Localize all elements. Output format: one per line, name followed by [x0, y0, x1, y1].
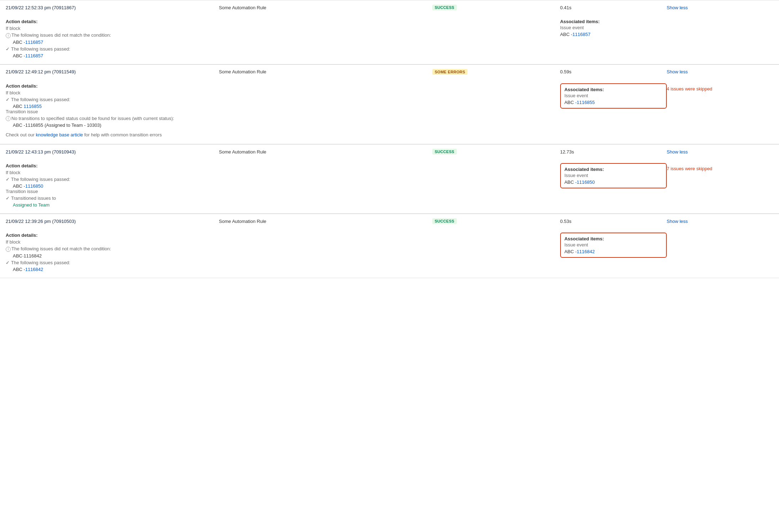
checkmark-icon: ✓ — [6, 177, 10, 182]
assoc-sub: Issue event — [564, 242, 662, 247]
action-details-title: Action details: — [6, 19, 422, 24]
duration-cell: 0.41s — [560, 5, 667, 10]
kb-link[interactable]: knowledge base article — [36, 132, 83, 137]
action-line-plain: Transition issue — [6, 109, 422, 114]
action-line-info: iThe following issues did not match the … — [6, 246, 422, 252]
action-details-section: Action details: If blockiThe following i… — [6, 19, 432, 58]
action-line-plain: If block — [6, 26, 422, 31]
rule-name: Some Automation Rule — [219, 149, 266, 155]
issue-link[interactable]: -1116857 — [24, 53, 43, 58]
timestamp-cell: 21/09/22 12:39:26 pm (70910503) — [6, 219, 219, 224]
status-badge: SOME ERRORS — [432, 69, 468, 75]
assoc-pre: ABC — [560, 32, 571, 37]
action-line-plain: If block — [6, 170, 422, 175]
row-header-row2: 21/09/22 12:49:12 pm (70911549) Some Aut… — [0, 64, 779, 79]
assoc-pre: ABC — [564, 100, 575, 105]
action-line-kb: Check out our knowledge base article for… — [6, 132, 422, 137]
assoc-title: Associated items: — [564, 167, 662, 172]
show-less-cell: Show less — [667, 69, 773, 74]
associated-items-section: Associated items: Issue event ABC -11168… — [560, 19, 667, 58]
action-line-indent-plain: ABC -1116855 (Assigned to Team - 10303) — [13, 122, 422, 128]
rule-name: Some Automation Rule — [219, 69, 266, 74]
assoc-link-line: ABC -1116842 — [564, 249, 662, 254]
duration: 12.73s — [560, 149, 574, 155]
action-line-check: ✓The following issues passed: — [6, 46, 422, 52]
duration-cell: 0.59s — [560, 69, 667, 74]
action-line-plain: If block — [6, 90, 422, 95]
row-header-row3: 21/09/22 12:43:13 pm (70910943) Some Aut… — [0, 144, 779, 159]
action-line-check: ✓Transitioned issues to — [6, 195, 422, 201]
assoc-sub: Issue event — [564, 93, 662, 98]
action-line-indent-link: ABC -1116842 — [13, 267, 422, 272]
assoc-issue-link[interactable]: -1116855 — [575, 100, 595, 105]
duration-cell: 12.73s — [560, 149, 667, 155]
action-details-section: Action details: If block✓The following i… — [6, 163, 432, 208]
info-icon: i — [6, 247, 11, 252]
row-header-row4: 21/09/22 12:39:26 pm (70910503) Some Aut… — [0, 214, 779, 228]
assoc-pre: ABC — [564, 249, 575, 254]
skipped-text: 7 issues were skipped — [667, 166, 773, 171]
status-cell: SUCCESS — [432, 149, 560, 155]
status-badge: SUCCESS — [432, 218, 457, 224]
run-id: (70910943) — [52, 149, 76, 155]
issue-link[interactable]: -1116857 — [24, 40, 43, 45]
checkmark-icon: ✓ — [6, 195, 10, 201]
timestamp: 21/09/22 12:52:33 pm — [6, 5, 51, 10]
rule-name: Some Automation Rule — [219, 219, 266, 224]
assoc-issue-link[interactable]: -1116857 — [571, 32, 590, 37]
row-header-row1: 21/09/22 12:52:33 pm (70911867) Some Aut… — [0, 0, 779, 15]
row-detail-row3: Action details: If block✓The following i… — [0, 159, 779, 214]
assoc-box: Associated items: Issue event ABC -11168… — [560, 83, 667, 109]
assoc-box: Associated items: Issue event ABC -11168… — [560, 163, 667, 188]
row-detail-row1: Action details: If blockiThe following i… — [0, 15, 779, 64]
row-detail-row2: Action details: If block✓The following i… — [0, 79, 779, 145]
show-less-cell: Show less — [667, 219, 773, 224]
show-less-button[interactable]: Show less — [667, 5, 688, 10]
duration: 0.59s — [560, 69, 572, 74]
timestamp: 21/09/22 12:43:13 pm — [6, 149, 51, 155]
rule-name-cell: Some Automation Rule — [219, 5, 432, 10]
show-less-button[interactable]: Show less — [667, 149, 688, 155]
checkmark-icon: ✓ — [6, 46, 10, 52]
assoc-issue-link[interactable]: -1116842 — [575, 249, 595, 254]
assoc-issue-link[interactable]: -1116850 — [575, 179, 595, 185]
show-less-button[interactable]: Show less — [667, 219, 688, 224]
action-line-plain: Transition issue — [6, 189, 422, 194]
skipped-section — [667, 19, 773, 58]
checkmark-icon: ✓ — [6, 260, 10, 265]
action-line-indent-green: Assigned to Team — [13, 202, 422, 208]
action-line-info: iThe following issues did not match the … — [6, 32, 422, 38]
action-line-indent-link: ABC -1116857 — [13, 40, 422, 45]
assoc-sub: Issue event — [564, 173, 662, 178]
assoc-link-line: ABC -1116855 — [564, 100, 662, 105]
action-line-indent-plain: ABC·1116842 — [13, 253, 422, 259]
row-detail-row4: Action details: If blockiThe following i… — [0, 228, 779, 278]
show-less-button[interactable]: Show less — [667, 69, 688, 74]
assoc-sub: Issue event — [560, 25, 667, 30]
action-line-check: ✓The following issues passed: — [6, 97, 422, 102]
action-line-check: ✓The following issues passed: — [6, 260, 422, 265]
issue-link[interactable]: -1116850 — [24, 183, 43, 189]
action-line-info: iNo transitions to specified status coul… — [6, 116, 422, 121]
run-id: (70911549) — [52, 69, 76, 74]
assoc-link-line: ABC -1116857 — [560, 32, 667, 37]
action-line-indent-link: ABC -1116857 — [13, 53, 422, 58]
timestamp-cell: 21/09/22 12:43:13 pm (70910943) — [6, 149, 219, 155]
associated-items-section: Associated items: Issue event ABC -11168… — [560, 163, 667, 208]
assoc-box: Associated items: Issue event ABC -11168… — [560, 233, 667, 258]
action-details-title: Action details: — [6, 233, 422, 238]
issue-link[interactable]: -1116842 — [24, 267, 43, 272]
checkmark-icon: ✓ — [6, 97, 10, 102]
info-icon: i — [6, 33, 11, 38]
status-cell: SUCCESS — [432, 218, 560, 224]
action-details-title: Action details: — [6, 163, 422, 168]
associated-items-section: Associated items: Issue event ABC -11168… — [560, 233, 667, 272]
run-id: (70911867) — [52, 5, 76, 10]
timestamp: 21/09/22 12:49:12 pm — [6, 69, 51, 74]
status-cell: SOME ERRORS — [432, 69, 560, 75]
rule-name-cell: Some Automation Rule — [219, 149, 432, 155]
status-badge: SUCCESS — [432, 149, 457, 155]
issue-link[interactable]: 1116855 — [24, 104, 42, 109]
rule-name-cell: Some Automation Rule — [219, 69, 432, 74]
action-details-section: Action details: If blockiThe following i… — [6, 233, 432, 272]
